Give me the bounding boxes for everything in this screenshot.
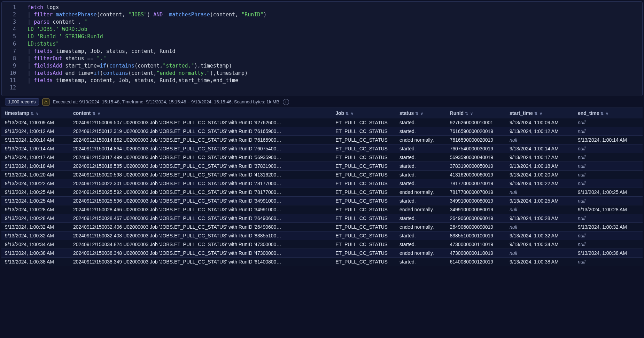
table-row[interactable]: 9/13/2024, 1:00:38 AM20240912/150038.349… [1, 258, 643, 266]
cell-timestamp: 9/13/2024, 1:00:38 AM [1, 249, 70, 258]
cell-status: ended normally. [396, 249, 447, 258]
cell-start-time: 9/13/2024, 1:00:14 AM [506, 144, 574, 153]
sort-icon: ⇅ [415, 111, 418, 116]
cell-timestamp: 9/13/2024, 1:00:18 AM [1, 162, 70, 171]
cell-end-time: 9/13/2024, 1:00:28 AM [574, 205, 643, 214]
warning-icon[interactable]: ⚠ [42, 99, 49, 105]
cell-status: ended normally. [396, 223, 447, 231]
col-start-time[interactable]: start_time⇅∨ [506, 108, 574, 118]
line-gutter: 123456789101112 [2, 2, 21, 96]
cell-runid: 7817700000070019 [447, 179, 506, 188]
cell-status: started. [396, 144, 447, 153]
results-table-wrap: timestamp⇅∨ content⇅∨ Job⇅∨ status⇅∨ Run… [1, 108, 643, 266]
cell-status: started. [396, 258, 447, 266]
chevron-down-icon: ∨ [36, 111, 39, 116]
cell-content: 20240912/150032.408 U02000003 Job 'JOBS.… [70, 231, 332, 240]
cell-start-time: null [506, 249, 574, 258]
sort-icon: ⇅ [600, 111, 604, 116]
cell-timestamp: 9/13/2024, 1:00:28 AM [1, 205, 70, 214]
cell-job: ET_PULL_CC_STATUS [332, 118, 396, 127]
cell-runid: 4131620000060019 [447, 171, 506, 179]
cell-status: started. [396, 162, 447, 171]
cell-job: ET_PULL_CC_STATUS [332, 197, 396, 205]
cell-start-time: 9/13/2024, 1:00:34 AM [506, 240, 574, 249]
table-row[interactable]: 9/13/2024, 1:00:28 AM20240912/150028.467… [1, 214, 643, 223]
table-row[interactable]: 9/13/2024, 1:00:20 AM20240912/150020.598… [1, 171, 643, 179]
col-content[interactable]: content⇅∨ [70, 108, 332, 118]
cell-timestamp: 9/13/2024, 1:00:14 AM [1, 136, 70, 144]
cell-runid: 8385510000100019 [447, 231, 506, 240]
cell-content: 20240912/150020.598 U02000003 Job 'JOBS.… [70, 171, 332, 179]
query-editor[interactable]: 123456789101112 fetch logs | filter matc… [1, 1, 643, 96]
cell-start-time: null [506, 188, 574, 197]
cell-job: ET_PULL_CC_STATUS [332, 188, 396, 197]
table-row[interactable]: 9/13/2024, 1:00:32 AM20240912/150032.408… [1, 231, 643, 240]
code-area[interactable]: fetch logs | filter matchesPhrase(conten… [21, 2, 642, 96]
cell-content: 20240912/150009.507 U02000003 Job 'JOBS.… [70, 118, 332, 127]
cell-content: 20240912/150025.596 U02000003 Job 'JOBS.… [70, 197, 332, 205]
table-row[interactable]: 9/13/2024, 1:00:28 AM20240912/150028.466… [1, 205, 643, 214]
col-job[interactable]: Job⇅∨ [332, 108, 396, 118]
cell-end-time: 9/13/2024, 1:00:38 AM [574, 249, 643, 258]
cell-status: started. [396, 231, 447, 240]
cell-timestamp: 9/13/2024, 1:00:20 AM [1, 171, 70, 179]
col-status[interactable]: status⇅∨ [396, 108, 447, 118]
cell-timestamp: 9/13/2024, 1:00:28 AM [1, 214, 70, 223]
table-header-row: timestamp⇅∨ content⇅∨ Job⇅∨ status⇅∨ Run… [1, 108, 643, 118]
cell-status: started. [396, 214, 447, 223]
cell-runid: 3783190000050019 [447, 162, 506, 171]
table-row[interactable]: 9/13/2024, 1:00:18 AM20240912/150018.585… [1, 162, 643, 171]
cell-start-time: 9/13/2024, 1:00:09 AM [506, 118, 574, 127]
sort-icon: ⇅ [346, 111, 349, 116]
cell-start-time: 9/13/2024, 1:00:28 AM [506, 214, 574, 223]
table-row[interactable]: 9/13/2024, 1:00:25 AM20240912/150025.596… [1, 197, 643, 205]
cell-start-time: 9/13/2024, 1:00:12 AM [506, 127, 574, 136]
cell-end-time: null [574, 118, 643, 127]
table-row[interactable]: 9/13/2024, 1:00:14 AM20240912/150014.862… [1, 136, 643, 144]
cell-content: 20240912/150038.348 U02000003 Job 'JOBS.… [70, 249, 332, 258]
cell-job: ET_PULL_CC_STATUS [332, 127, 396, 136]
cell-status: started. [396, 240, 447, 249]
cell-runid: 6140080000120019 [447, 258, 506, 266]
table-row[interactable]: 9/13/2024, 1:00:17 AM20240912/150017.499… [1, 153, 643, 162]
sort-icon: ⇅ [465, 111, 468, 116]
table-row[interactable]: 9/13/2024, 1:00:12 AM20240912/150012.319… [1, 127, 643, 136]
info-icon[interactable]: i [283, 99, 289, 105]
cell-status: started. [396, 118, 447, 127]
cell-end-time: null [574, 197, 643, 205]
cell-job: ET_PULL_CC_STATUS [332, 231, 396, 240]
cell-runid: 7616590000020019 [447, 136, 506, 144]
cell-content: 20240912/150012.319 U02000003 Job 'JOBS.… [70, 127, 332, 136]
chevron-down-icon: ∨ [540, 111, 542, 116]
table-row[interactable]: 9/13/2024, 1:00:09 AM20240912/150009.507… [1, 118, 643, 127]
cell-start-time: 9/13/2024, 1:00:20 AM [506, 171, 574, 179]
cell-start-time: 9/13/2024, 1:00:22 AM [506, 179, 574, 188]
col-runid[interactable]: RunId⇅∨ [447, 108, 506, 118]
cell-start-time: 9/13/2024, 1:00:38 AM [506, 258, 574, 266]
table-row[interactable]: 9/13/2024, 1:00:32 AM20240912/150032.406… [1, 223, 643, 231]
cell-timestamp: 9/13/2024, 1:00:38 AM [1, 258, 70, 266]
table-row[interactable]: 9/13/2024, 1:00:25 AM20240912/150025.592… [1, 188, 643, 197]
table-row[interactable]: 9/13/2024, 1:00:38 AM20240912/150038.348… [1, 249, 643, 258]
cell-runid: 7616590000020019 [447, 127, 506, 136]
cell-job: ET_PULL_CC_STATUS [332, 136, 396, 144]
cell-content: 20240912/150034.824 U02000003 Job 'JOBS.… [70, 240, 332, 249]
table-row[interactable]: 9/13/2024, 1:00:14 AM20240912/150014.864… [1, 144, 643, 153]
cell-status: started. [396, 179, 447, 188]
cell-runid: 3499100000080019 [447, 197, 506, 205]
chevron-down-icon: ∨ [606, 111, 608, 116]
cell-content: 20240912/150032.406 U02000003 Job 'JOBS.… [70, 223, 332, 231]
chevron-down-icon: ∨ [470, 111, 473, 116]
col-end-time[interactable]: end_time⇅∨ [574, 108, 643, 118]
cell-job: ET_PULL_CC_STATUS [332, 144, 396, 153]
table-row[interactable]: 9/13/2024, 1:00:34 AM20240912/150034.824… [1, 240, 643, 249]
cell-start-time: null [506, 205, 574, 214]
cell-end-time: null [574, 162, 643, 171]
cell-runid: 7607540000030019 [447, 144, 506, 153]
col-timestamp[interactable]: timestamp⇅∨ [1, 108, 70, 118]
sort-icon: ⇅ [31, 111, 34, 116]
cell-end-time: 9/13/2024, 1:00:25 AM [574, 188, 643, 197]
cell-status: started. [396, 197, 447, 205]
cell-content: 20240912/150025.592 U02000003 Job 'JOBS.… [70, 188, 332, 197]
table-row[interactable]: 9/13/2024, 1:00:22 AM20240912/150022.301… [1, 179, 643, 188]
